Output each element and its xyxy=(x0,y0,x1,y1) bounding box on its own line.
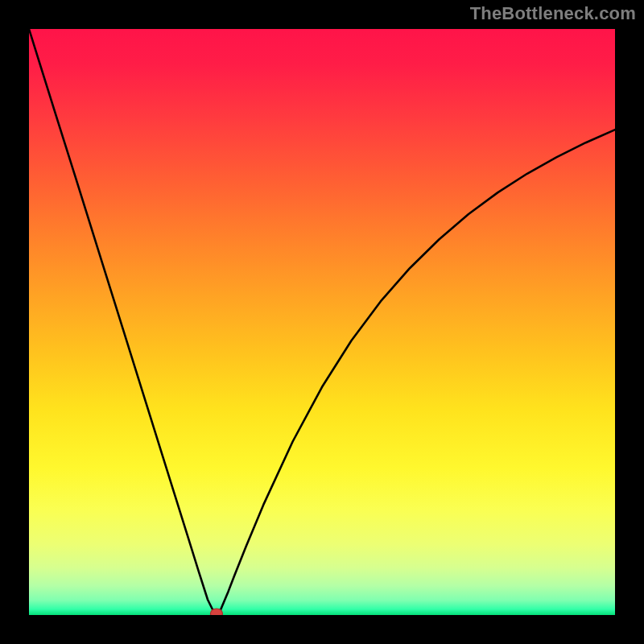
chart-frame: TheBottleneck.com xyxy=(0,0,644,644)
curve-layer xyxy=(29,29,615,615)
plot-area xyxy=(29,29,615,615)
bottleneck-curve xyxy=(29,29,615,614)
watermark-text: TheBottleneck.com xyxy=(470,3,636,24)
minimum-marker xyxy=(210,609,222,615)
